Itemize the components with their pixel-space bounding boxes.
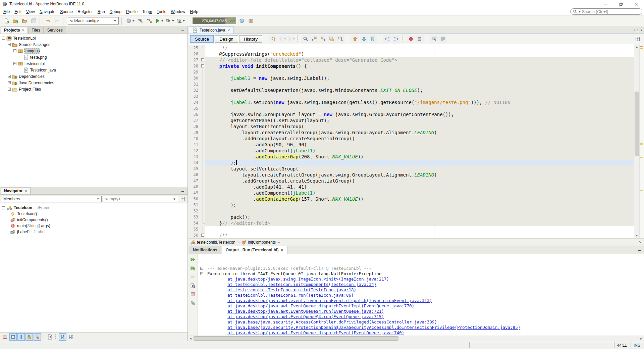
minimize-icon[interactable] xyxy=(638,249,644,254)
code-line-38[interactable]: 38 layout.setHorizontalGroup( xyxy=(188,123,634,130)
error-stripe-mark[interactable] xyxy=(640,143,643,145)
code-line-26[interactable]: 26 @SuppressWarnings("unchecked") xyxy=(188,51,634,57)
shift-line-right-button[interactable] xyxy=(392,35,400,43)
navigator-item[interactable]: TesteIcon() xyxy=(0,211,187,217)
set-project-configuration-button[interactable] xyxy=(125,16,136,25)
code-line-29[interactable]: 29 xyxy=(188,69,634,75)
expand-icon[interactable]: + xyxy=(8,88,11,91)
show-inner-classes-button[interactable] xyxy=(34,333,41,341)
code-line-50[interactable]: 50 .addContainerGap(157, Short.MAX_VALUE… xyxy=(188,196,634,202)
fold-toggle-icon[interactable]: − xyxy=(200,272,203,275)
tree-item-java-dependencies[interactable]: +Java Dependencies xyxy=(0,80,187,86)
menu-navigate[interactable]: Navigate xyxy=(37,8,58,15)
code-line-51[interactable]: 51 ); xyxy=(188,202,634,208)
fold-toggle-icon[interactable]: − xyxy=(200,267,203,270)
code-line-39[interactable]: 39 layout.createParallelGroup(javax.swin… xyxy=(188,130,634,136)
stack-trace-link[interactable]: at java.desktop/java.awt.EventQueue.disp… xyxy=(227,303,414,308)
collapse-icon[interactable]: − xyxy=(2,206,5,209)
code-editor[interactable]: 25 */26 @SuppressWarnings("unchecked")27… xyxy=(188,44,634,238)
search-input[interactable] xyxy=(582,9,640,14)
toggle-rectangular-selection-button[interactable] xyxy=(336,35,344,43)
editor-views-button[interactable] xyxy=(634,35,642,43)
navigator-settings-button[interactable] xyxy=(179,195,186,203)
tree-item-dependencies[interactable]: +Dependencies xyxy=(0,73,187,80)
tab-testeicon-java[interactable]: TesteIcon.java xyxy=(189,26,233,34)
fold-toggle-icon[interactable]: − xyxy=(200,57,205,63)
collapse-icon[interactable]: − xyxy=(2,37,5,40)
code-line-41[interactable]: 41 .addGap(90, 90, 90) xyxy=(188,142,634,148)
window-close-button[interactable] xyxy=(629,0,644,8)
filter-output-button[interactable] xyxy=(189,299,197,307)
minimize-icon[interactable] xyxy=(181,29,187,34)
tab-output-run-testeiconlbl-[interactable]: Output - Run (TesteIconLbl) xyxy=(222,246,288,254)
menu-file[interactable]: File xyxy=(1,8,12,15)
show-inherited-members-button[interactable] xyxy=(1,333,9,341)
stack-trace-link[interactable]: at java.base/java.security.AccessControl… xyxy=(227,319,437,325)
stack-trace-link[interactable]: at java.desktop/java.awt.EventQueue$4.ru… xyxy=(227,309,384,314)
expand-icon[interactable]: + xyxy=(8,75,11,78)
fold-toggle-icon[interactable]: − xyxy=(200,63,205,69)
code-line-27[interactable]: 27− // <editor-fold defaultstate="collap… xyxy=(188,57,634,63)
code-line-45[interactable]: 45 layout.setVerticalGroup( xyxy=(188,166,634,172)
uncomment-button[interactable] xyxy=(439,35,447,43)
collapse-icon[interactable]: − xyxy=(13,62,16,65)
breadcrumb-item[interactable]: testeiconlbl.TesteIcon xyxy=(190,240,235,245)
open-source-button[interactable] xyxy=(46,333,54,341)
clean-and-build-project-button[interactable] xyxy=(145,16,154,25)
jump-to-select[interactable]: <empty> xyxy=(103,196,178,202)
code-line-44[interactable]: 44 ); xyxy=(188,160,634,166)
members-filter-select[interactable]: Members xyxy=(1,196,102,202)
breadcrumb-item[interactable]: initComponents xyxy=(241,240,276,245)
error-stripe-mark[interactable] xyxy=(640,190,643,191)
code-line-56[interactable]: 56− /** xyxy=(188,232,634,238)
tree-item-testeiconlbl[interactable]: −TesteIconLbl xyxy=(0,35,187,41)
profile-project-button[interactable] xyxy=(175,16,186,25)
code-line-48[interactable]: 48 .addGap(41, 41, 41) xyxy=(188,184,634,190)
code-line-46[interactable]: 46 layout.createParallelGroup(javax.swin… xyxy=(188,172,634,178)
code-line-25[interactable]: 25 */ xyxy=(188,45,634,51)
stack-trace-link[interactable]: at testeiconlbl.TesteIcon$1.run(TesteIco… xyxy=(227,293,354,298)
tree-item-testeiconlbl[interactable]: −testeiconlbl xyxy=(0,60,187,67)
editor-vertical-scrollbar[interactable]: ▲ ▼ xyxy=(634,44,639,238)
output-console[interactable]: ----------------------------------------… xyxy=(198,254,644,336)
tab-notifications[interactable]: Notifications xyxy=(189,246,221,254)
new-file-button[interactable] xyxy=(2,16,11,25)
run-project-button[interactable] xyxy=(154,16,165,25)
menu-run[interactable]: Run xyxy=(95,8,107,15)
window-minimize-button[interactable] xyxy=(598,0,613,8)
collapse-icon[interactable]: − xyxy=(13,49,16,52)
scroll-tabs-left-icon[interactable]: ‹ xyxy=(634,28,635,33)
code-line-54[interactable]: 54 }// </editor-fold> xyxy=(188,220,634,226)
menu-source[interactable]: Source xyxy=(58,8,75,15)
sort-by-source-button[interactable] xyxy=(67,333,74,341)
menu-window[interactable]: Window xyxy=(169,8,188,15)
menu-edit[interactable]: Edit xyxy=(12,8,24,15)
menu-team[interactable]: Team xyxy=(140,8,154,15)
scrollbar-thumb[interactable] xyxy=(194,336,398,341)
stack-trace-link[interactable]: at java.base/java.security.ProtectionDom… xyxy=(227,325,520,330)
start-macro-recording-button[interactable] xyxy=(407,35,415,43)
error-stripe-mark[interactable] xyxy=(640,48,643,49)
error-stripe[interactable] xyxy=(639,44,644,238)
collapse-icon[interactable]: − xyxy=(8,43,11,46)
show-fields-button[interactable] xyxy=(9,333,17,341)
menu-debug[interactable]: Debug xyxy=(107,8,124,15)
code-line-37[interactable]: 37 getContentPane().setLayout(layout); xyxy=(188,117,634,123)
save-all-button[interactable] xyxy=(29,16,38,25)
window-restore-button[interactable] xyxy=(613,0,629,8)
memory-meter[interactable]: 270,0/647,0MB xyxy=(193,17,236,24)
close-icon[interactable] xyxy=(227,29,230,32)
previous-bookmark-button[interactable] xyxy=(351,35,359,43)
tree-item-teste-png[interactable]: teste.png xyxy=(0,54,187,60)
code-line-31[interactable]: 31 xyxy=(188,81,634,87)
view-history-button[interactable]: History xyxy=(239,35,262,43)
stack-trace-link[interactable]: at java.desktop/java.awt.EventQueue$4.ru… xyxy=(227,314,384,319)
navigator-item[interactable]: initComponents() xyxy=(0,217,187,223)
tab-services[interactable]: Services xyxy=(44,27,66,34)
find-selection-button[interactable] xyxy=(302,35,310,43)
code-line-49[interactable]: 49 .addComponent(jLabel1) xyxy=(188,190,634,196)
find-in-output-button[interactable] xyxy=(189,282,197,289)
menu-tools[interactable]: Tools xyxy=(154,8,168,15)
stop-build-button[interactable] xyxy=(189,273,197,281)
expand-icon[interactable]: + xyxy=(8,81,11,84)
